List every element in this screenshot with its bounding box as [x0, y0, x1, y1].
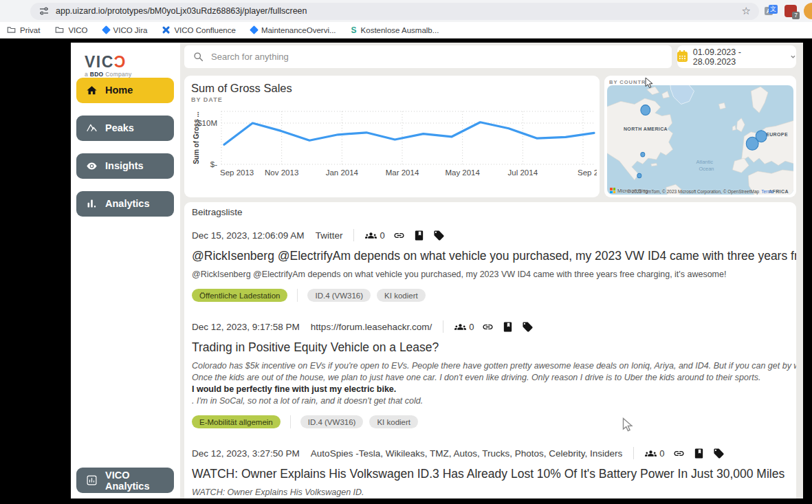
- post-meta: Dec 15, 2023, 12:06:09 AM Twitter 0: [192, 229, 796, 241]
- date-range-value: 01.09.2023 - 28.09.2023: [693, 47, 784, 67]
- jira-icon: [102, 25, 111, 34]
- map-marker[interactable]: [641, 153, 645, 157]
- sidebar-item-vico-analytics[interactable]: VICO Analytics: [76, 468, 174, 493]
- map-marker[interactable]: [756, 131, 767, 142]
- post-title[interactable]: @RickIsenberg @ElectrifyAm depends on wh…: [192, 249, 796, 263]
- date-range-picker[interactable]: 01.09.2023 - 28.09.2023: [677, 45, 796, 68]
- home-icon: [86, 85, 98, 96]
- browser-toolbar: app.uizard.io/prototypes/bM0yoLjx03uRdz6…: [0, 0, 812, 22]
- bookmark-privat[interactable]: Privat: [7, 25, 40, 34]
- group-icon[interactable]: [645, 448, 657, 459]
- chart-title: Sum of Gross Sales: [191, 82, 600, 95]
- sidebar-item-analytics[interactable]: Analytics: [76, 191, 174, 217]
- map-label-europe: EUROPE: [766, 131, 788, 138]
- extension-icon[interactable]: 7: [784, 5, 797, 17]
- chart-subtitle: BY DATE: [191, 96, 600, 103]
- jira-icon: [250, 25, 259, 34]
- post-count: 0: [380, 230, 384, 241]
- post-source: Twitter: [316, 230, 343, 241]
- s-icon: S: [351, 25, 357, 35]
- svg-text:Jan 2014: Jan 2014: [326, 168, 359, 177]
- post-tags: Öffentliche Ladestation ID.4 (VW316) KI …: [192, 289, 796, 302]
- link-icon[interactable]: [673, 448, 685, 459]
- svg-text:Sep 2013: Sep 2013: [220, 168, 254, 177]
- translate-icon[interactable]: A文: [765, 5, 778, 18]
- fullscreen-stage: VICƆ a BDO Company Home Peaks Insights A…: [0, 39, 812, 504]
- book-icon[interactable]: [502, 321, 514, 333]
- main-content: 01.09.2023 - 28.09.2023 Sum of Gross Sal…: [180, 43, 803, 498]
- country-map-card: BY COUNTRY: [604, 76, 796, 197]
- tag-coding: KI kodiert: [369, 415, 418, 428]
- divider: [633, 447, 634, 459]
- svg-text:Sum of Gross ...: Sum of Gross ...: [193, 111, 200, 164]
- post-title[interactable]: WATCH: Owner Explains His Volkswagen ID.…: [192, 467, 796, 481]
- posts-list-card: Beitragsliste Dec 15, 2023, 12:06:09 AM …: [184, 202, 796, 498]
- link-icon[interactable]: [482, 321, 494, 333]
- site-info-icon[interactable]: [39, 6, 50, 17]
- tag-icon[interactable]: [433, 230, 445, 241]
- post-body-line: Colorado has $5k incentive on EVs if you…: [192, 360, 796, 372]
- post-count: 0: [659, 448, 664, 459]
- post-body-line: . I'm in SoCal, so not a lot of rain, an…: [192, 395, 796, 407]
- map-marker[interactable]: [641, 105, 650, 116]
- tag-coding: KI kodiert: [377, 289, 426, 302]
- sidebar-item-home[interactable]: Home: [76, 78, 174, 103]
- bookmark-vico-jira[interactable]: VICO Jira: [103, 26, 148, 34]
- svg-text:May 2014: May 2014: [445, 168, 480, 177]
- world-map[interactable]: NORTH AMERICA EUROPE AFRICA Atlantic Oce…: [607, 85, 793, 195]
- bookmark-maintenance[interactable]: MaintenanceOvervi...: [251, 26, 336, 34]
- sidebar: VICƆ a BDO Company Home Peaks Insights A…: [71, 43, 180, 498]
- svg-text:Jul 2014: Jul 2014: [508, 168, 538, 177]
- tag-model: ID.4 (VW316): [300, 415, 364, 428]
- bookmark-ausmalbilder[interactable]: S Kostenlose Ausmalb...: [351, 25, 439, 35]
- post-tags: E-Mobilität allgemein ID.4 (VW316) KI ko…: [192, 415, 796, 428]
- url-text[interactable]: app.uizard.io/prototypes/bM0yoLjx03uRdz6…: [56, 6, 736, 16]
- posts-list-title: Beitragsliste: [192, 207, 796, 217]
- profile-avatar[interactable]: [804, 3, 812, 19]
- tag-category: E-Mobilität allgemein: [192, 415, 281, 428]
- post-date: Dec 12, 2023, 9:17:58 PM: [192, 322, 300, 332]
- map-canvas: NORTH AMERICA EUROPE AFRICA Atlantic Oce…: [607, 85, 793, 195]
- search-input[interactable]: [211, 52, 663, 62]
- calendar-icon: [677, 52, 688, 62]
- logo-subtitle: a BDO Company: [85, 72, 180, 78]
- post-body-line: Once the kids are out of the house, we p…: [192, 372, 796, 384]
- tag-icon[interactable]: [522, 321, 534, 333]
- svg-text:Sep 2014: Sep 2014: [578, 168, 597, 177]
- tag-icon[interactable]: [713, 448, 725, 459]
- search-icon: [193, 52, 204, 62]
- map-subtitle: BY COUNTRY: [609, 79, 793, 85]
- book-icon[interactable]: [693, 448, 705, 459]
- map-label-north-america: NORTH AMERICA: [624, 126, 668, 132]
- bookmarks-bar: Privat VICO VICO Jira VICO Confluence Ma…: [0, 22, 812, 39]
- post-meta: Dec 12, 2023, 3:27:50 PM AutoSpies -Tesl…: [192, 447, 796, 459]
- bookmark-star-icon[interactable]: ☆: [742, 5, 751, 17]
- map-label-ocean-2: Ocean: [699, 166, 714, 172]
- bookmark-vico[interactable]: VICO: [55, 25, 87, 34]
- address-bar[interactable]: app.uizard.io/prototypes/bM0yoLjx03uRdz6…: [30, 3, 759, 20]
- svg-text:Nov 2013: Nov 2013: [265, 168, 298, 177]
- post-body-line: WATCH: Owner Explains His Volkswagen ID.: [192, 487, 796, 498]
- group-icon[interactable]: [454, 321, 466, 333]
- map-terms-link[interactable]: Terms: [761, 189, 773, 194]
- post-item: Dec 12, 2023, 3:27:50 PM AutoSpies -Tesl…: [192, 447, 796, 498]
- post-date: Dec 15, 2023, 12:06:09 AM: [192, 230, 305, 241]
- tag-category: Öffentliche Ladestation: [192, 289, 287, 302]
- post-meta: Dec 12, 2023, 9:17:58 PM https://forum.l…: [192, 320, 796, 333]
- divider: [353, 229, 354, 241]
- bookmark-vico-confluence[interactable]: VICO Confluence: [162, 26, 236, 34]
- confluence-icon: [162, 26, 170, 34]
- book-icon[interactable]: [413, 230, 425, 241]
- tag-model: ID.4 (VW316): [307, 289, 371, 302]
- sidebar-item-insights[interactable]: Insights: [76, 153, 174, 179]
- post-title[interactable]: Trading in Positive Equity Vehicle on a …: [192, 340, 796, 355]
- svg-text:$-: $-: [210, 160, 217, 168]
- post-source: AutoSpies -Tesla, Wikileaks, TMZ, Autos,…: [311, 448, 622, 459]
- link-icon[interactable]: [393, 230, 405, 241]
- map-marker[interactable]: [637, 173, 641, 177]
- gross-sales-chart-card: Sum of Gross Sales BY DATE Sep 2013Nov 2…: [184, 76, 600, 197]
- post-count: 0: [469, 322, 474, 332]
- sidebar-item-peaks[interactable]: Peaks: [76, 116, 174, 141]
- group-icon[interactable]: [365, 230, 377, 241]
- divider: [290, 415, 291, 428]
